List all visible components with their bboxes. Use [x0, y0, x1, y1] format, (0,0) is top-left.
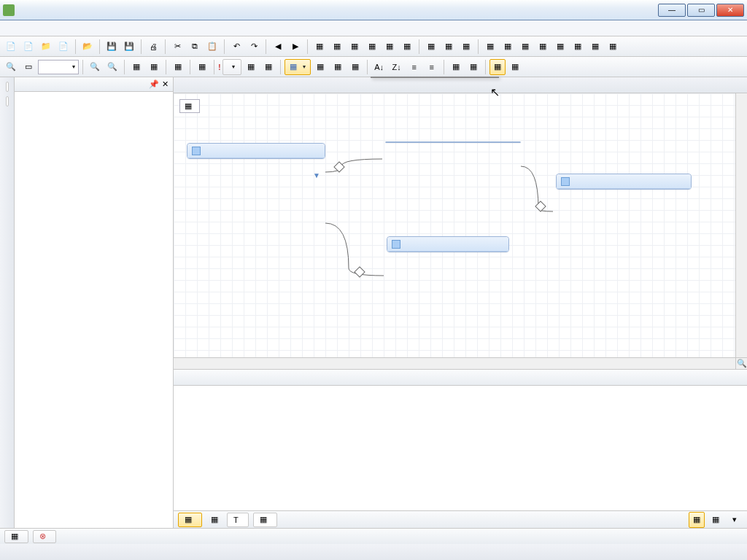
change-type-button[interactable]: ▦ ▾	[285, 59, 311, 75]
toolbar-icon[interactable]: ▦	[570, 39, 586, 55]
tool-icon[interactable]: ▦	[146, 59, 162, 75]
tool-icon[interactable]: ▦	[128, 59, 144, 75]
tool-icon[interactable]: ▦	[170, 59, 186, 75]
pin-icon[interactable]: 📌	[149, 79, 159, 89]
horizontal-scrollbar[interactable]	[174, 357, 735, 369]
query-designer-canvas[interactable]: ▦ ▼	[174, 93, 747, 369]
new-item-button[interactable]: 📄	[55, 39, 71, 55]
app-icon	[3, 4, 15, 16]
zoom-combo[interactable]: ▾	[38, 60, 79, 74]
close-icon[interactable]: ✕	[162, 79, 169, 89]
toolbar-icon[interactable]: ▦	[482, 39, 498, 55]
execute-button[interactable]: ▾	[222, 59, 241, 75]
data-mode-button[interactable]: ▦	[253, 513, 277, 527]
svg-rect-1	[355, 267, 365, 277]
tool-icon[interactable]: ▦	[689, 512, 705, 528]
zoom-out-button[interactable]: 🔍	[3, 59, 19, 75]
grid-view-button[interactable]: ▦	[489, 59, 506, 75]
toolbar-icon[interactable]: ▦	[329, 39, 345, 55]
entity-inventory[interactable]	[385, 141, 521, 143]
tool-icon[interactable]: ▦	[347, 59, 363, 75]
tool-icon[interactable]: ▦	[312, 59, 328, 75]
tool-icon[interactable]: ▦	[448, 59, 464, 75]
toolbar-icon[interactable]: ▦	[423, 39, 439, 55]
paste-button[interactable]: 📋	[204, 39, 220, 55]
sort-desc-icon[interactable]: Z↓	[389, 59, 405, 75]
toolbar-icon[interactable]: ▦	[347, 39, 363, 55]
designer-mode-button[interactable]: ▦	[178, 513, 202, 527]
toolbar-icon[interactable]: ▦	[458, 39, 474, 55]
statusbar	[0, 544, 747, 560]
toolbar-icon[interactable]: ▦	[587, 39, 603, 55]
close-button[interactable]: ✕	[716, 4, 744, 17]
toolbar-icon[interactable]: ▦	[552, 39, 568, 55]
vertical-scrollbar[interactable]	[735, 93, 747, 357]
chevron-down-icon: ▾	[232, 63, 235, 70]
nav-fwd-button[interactable]: ▶	[287, 39, 303, 55]
tool-icon[interactable]: ▦	[330, 59, 346, 75]
cut-button[interactable]: ✂	[169, 39, 185, 55]
save-all-button[interactable]: 💾	[121, 39, 137, 55]
relation-lines	[174, 93, 728, 334]
chevron-down-icon[interactable]: ▾	[727, 512, 743, 528]
toolbar-icon[interactable]: ▦	[399, 39, 415, 55]
table-icon	[192, 147, 201, 155]
toolbar-icon[interactable]: ▦	[517, 39, 533, 55]
new-sql-button[interactable]: 📄	[3, 39, 19, 55]
maximize-button[interactable]: ▭	[687, 4, 715, 17]
toolbar-icon[interactable]: ▦	[311, 39, 328, 55]
open-button[interactable]: 📂	[80, 39, 96, 55]
new-file-button[interactable]: 📄	[20, 39, 36, 55]
menubar	[0, 20, 747, 36]
sort-asc-icon[interactable]: A↓	[371, 59, 387, 75]
tool-icon[interactable]: ≡	[406, 59, 422, 75]
warning-icon: !	[218, 63, 221, 71]
undo-button[interactable]: ↶	[228, 39, 244, 55]
joins-panel[interactable]	[174, 385, 747, 510]
tool-icon[interactable]: ▦	[206, 512, 222, 528]
toolbar-icon[interactable]: ▦	[382, 39, 398, 55]
search-icon[interactable]: 🔍	[735, 357, 747, 369]
zoom-in-icon[interactable]: 🔍	[87, 59, 103, 75]
zoom-reset-icon[interactable]: 🔍	[104, 59, 120, 75]
side-tab-bar	[0, 77, 15, 528]
sidetab-explorer[interactable]	[6, 82, 9, 92]
tool-icon[interactable]: ▦	[708, 512, 724, 528]
select-chip[interactable]: ▦	[179, 99, 200, 113]
table-icon	[561, 177, 570, 186]
tool-icon[interactable]: ▦	[260, 59, 276, 75]
toolbar-icon[interactable]: ▦	[364, 39, 380, 55]
chevron-down-icon: ▾	[72, 63, 75, 70]
designer-bottom-bar: ▦ ▦ T ▦ ▦ ▦ ▾	[174, 510, 747, 528]
designer-subtabs	[174, 369, 747, 385]
tool-icon[interactable]: ≡	[424, 59, 440, 75]
entity-language[interactable]	[387, 236, 509, 252]
output-window-tab[interactable]: ▦	[4, 530, 28, 543]
tool-icon[interactable]: ▦	[243, 59, 259, 75]
tool-icon[interactable]: ▦	[194, 59, 210, 75]
save-button[interactable]: 💾	[104, 39, 120, 55]
filter-icon[interactable]: ▼	[313, 171, 322, 180]
tool-icon[interactable]: ▦	[465, 59, 481, 75]
print-button[interactable]: 🖨	[145, 39, 161, 55]
copy-button[interactable]: ⧉	[187, 39, 203, 55]
document-tabs	[174, 77, 747, 93]
chevron-down-icon: ▾	[303, 63, 306, 70]
new-folder-button[interactable]: 📁	[38, 39, 54, 55]
minimize-button[interactable]: —	[658, 4, 686, 17]
svg-rect-0	[334, 162, 344, 172]
toolbar-icon[interactable]: ▦	[441, 39, 457, 55]
entity-store[interactable]	[556, 174, 692, 190]
entity-film[interactable]: ▼	[187, 143, 325, 159]
redo-button[interactable]: ↷	[246, 39, 262, 55]
schema-tree[interactable]	[15, 92, 173, 528]
sidetab-properties[interactable]	[6, 96, 9, 106]
text-mode-button[interactable]: T	[227, 513, 249, 527]
error-list-tab[interactable]: ⊗	[33, 530, 56, 543]
toolbar-icon[interactable]: ▦	[500, 39, 516, 55]
nav-back-button[interactable]: ◀	[270, 39, 286, 55]
toolbar-icon[interactable]: ▦	[605, 39, 621, 55]
toolbar-icon[interactable]: ▦	[535, 39, 551, 55]
tool-icon[interactable]: ▦	[507, 59, 523, 75]
zoom-fit-button[interactable]: ▭	[20, 59, 36, 75]
